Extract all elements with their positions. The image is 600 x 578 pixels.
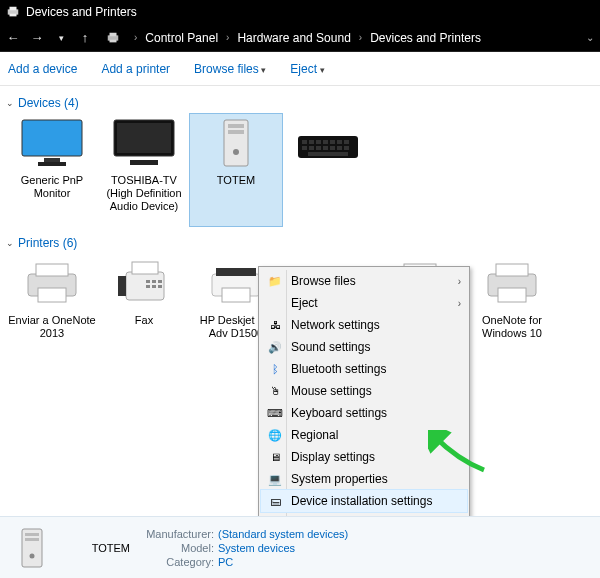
browse-files-button[interactable]: Browse files <box>194 62 266 76</box>
command-toolbar: Add a device Add a printer Browse files … <box>0 52 600 86</box>
devices-section-title: Devices (4) <box>18 96 79 110</box>
svg-rect-57 <box>25 533 39 536</box>
devices-section-header[interactable]: ⌄ Devices (4) <box>6 96 594 110</box>
devices-grid: Generic PnP Monitor TOSHIBA-TV (High Def… <box>6 114 594 230</box>
printer-label: Fax <box>135 314 153 327</box>
svg-rect-2 <box>10 14 17 17</box>
cm-power-options[interactable]: ⏻Power options <box>261 512 467 516</box>
breadcrumb-dropdown[interactable]: ⌄ <box>586 32 594 43</box>
power-icon: ⏻ <box>267 515 283 516</box>
svg-rect-5 <box>110 39 117 42</box>
svg-rect-17 <box>302 140 307 144</box>
printer-icon <box>6 5 20 19</box>
forward-button[interactable]: → <box>30 31 44 45</box>
chevron-right-icon: › <box>458 276 461 287</box>
cm-mouse-settings[interactable]: 🖱Mouse settings <box>261 380 467 402</box>
cm-system-properties[interactable]: 💻System properties <box>261 468 467 490</box>
keyboard-icon <box>296 118 360 168</box>
svg-rect-43 <box>158 285 162 288</box>
svg-rect-13 <box>228 124 244 128</box>
chevron-right-icon: › <box>226 32 229 43</box>
svg-rect-39 <box>152 280 156 283</box>
svg-rect-23 <box>344 140 349 144</box>
svg-rect-14 <box>228 130 244 134</box>
cm-device-installation-settings[interactable]: 🖴Device installation settings <box>261 490 467 512</box>
tv-icon <box>112 118 176 168</box>
add-device-button[interactable]: Add a device <box>8 62 77 76</box>
content-area: ⌄ Devices (4) Generic PnP Monitor TOSHIB… <box>0 86 600 516</box>
printer-item[interactable]: Enviar a OneNote 2013 <box>6 254 98 366</box>
device-item[interactable]: TOSHIBA-TV (High Definition Audio Device… <box>98 114 190 226</box>
svg-rect-20 <box>323 140 328 144</box>
add-printer-button[interactable]: Add a printer <box>101 62 170 76</box>
cm-regional[interactable]: 🌐Regional <box>261 424 467 446</box>
printer-label: Enviar a OneNote 2013 <box>8 314 96 340</box>
printer-item[interactable]: Fax <box>98 254 190 366</box>
folder-icon: 📁 <box>267 273 283 289</box>
display-icon: 🖥 <box>267 449 283 465</box>
printers-section-title: Printers (6) <box>18 236 77 250</box>
back-button[interactable]: ← <box>6 31 20 45</box>
breadcrumb-devices-printers[interactable]: Devices and Printers <box>370 31 481 45</box>
up-button[interactable]: ↑ <box>78 31 92 45</box>
printer-item[interactable]: OneNote for Windows 10 <box>466 254 558 366</box>
context-menu: 📁Browse files› Eject› 🖧Network settings … <box>258 266 470 516</box>
details-device-name: TOTEM <box>62 542 130 554</box>
cm-keyboard-settings[interactable]: ⌨Keyboard settings <box>261 402 467 424</box>
breadcrumb-root-icon[interactable] <box>106 31 120 45</box>
cm-browse-files[interactable]: 📁Browse files› <box>261 270 467 292</box>
eject-button[interactable]: Eject <box>290 62 324 76</box>
chevron-right-icon: › <box>458 298 461 309</box>
svg-rect-58 <box>25 538 39 541</box>
details-model-label: Model: <box>134 542 214 554</box>
svg-rect-45 <box>216 268 256 276</box>
svg-rect-21 <box>330 140 335 144</box>
printer-label: OneNote for Windows 10 <box>468 314 556 340</box>
cm-display-settings[interactable]: 🖥Display settings <box>261 446 467 468</box>
cm-network-settings[interactable]: 🖧Network settings <box>261 314 467 336</box>
expand-icon: ⌄ <box>6 238 14 248</box>
svg-rect-29 <box>337 146 342 150</box>
svg-rect-10 <box>117 123 171 153</box>
network-icon: 🖧 <box>267 317 283 333</box>
svg-rect-34 <box>38 288 66 302</box>
svg-rect-38 <box>146 280 150 283</box>
mouse-icon: 🖱 <box>267 383 283 399</box>
device-item[interactable] <box>282 114 374 226</box>
details-manufacturer-label: Manufacturer: <box>134 528 214 540</box>
device-label: TOTEM <box>217 174 255 187</box>
svg-rect-31 <box>308 152 348 156</box>
sound-icon: 🔊 <box>267 339 283 355</box>
printer-icon <box>480 258 544 308</box>
svg-rect-4 <box>110 32 117 36</box>
printer-icon <box>20 258 84 308</box>
device-label: TOSHIBA-TV (High Definition Audio Device… <box>100 174 188 214</box>
printers-section-header[interactable]: ⌄ Printers (6) <box>6 236 594 250</box>
monitor-icon <box>20 118 84 168</box>
svg-rect-41 <box>146 285 150 288</box>
device-item-selected[interactable]: TOTEM <box>190 114 282 226</box>
svg-rect-11 <box>130 160 158 165</box>
svg-rect-27 <box>323 146 328 150</box>
svg-point-15 <box>233 149 239 155</box>
window-titlebar: Devices and Printers <box>0 0 600 24</box>
svg-rect-8 <box>38 162 66 166</box>
cm-eject[interactable]: Eject› <box>261 292 467 314</box>
bluetooth-icon: ᛒ <box>267 361 283 377</box>
svg-rect-25 <box>309 146 314 150</box>
details-category-value: PC <box>218 556 348 568</box>
breadcrumb-hardware-sound[interactable]: Hardware and Sound <box>237 31 350 45</box>
svg-rect-55 <box>498 288 526 302</box>
details-category-label: Category: <box>134 556 214 568</box>
pc-tower-icon <box>204 118 268 168</box>
svg-rect-18 <box>309 140 314 144</box>
svg-rect-37 <box>132 262 158 274</box>
device-item[interactable]: Generic PnP Monitor <box>6 114 98 226</box>
svg-rect-33 <box>36 264 68 276</box>
recent-dropdown[interactable]: ▾ <box>54 31 68 45</box>
cm-bluetooth-settings[interactable]: ᛒBluetooth settings <box>261 358 467 380</box>
svg-rect-6 <box>22 120 82 156</box>
breadcrumb-control-panel[interactable]: Control Panel <box>145 31 218 45</box>
details-manufacturer-value: (Standard system devices) <box>218 528 348 540</box>
cm-sound-settings[interactable]: 🔊Sound settings <box>261 336 467 358</box>
